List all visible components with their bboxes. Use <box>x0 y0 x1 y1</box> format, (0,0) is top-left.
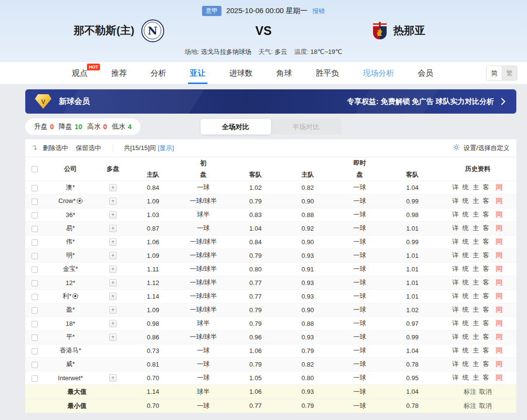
history-detail-link[interactable]: 详 <box>452 197 459 204</box>
history-home-link[interactable]: 主 <box>473 360 479 368</box>
company-name[interactable]: 36* <box>66 211 75 218</box>
history-stats-link[interactable]: 统 <box>462 360 469 368</box>
history-same-link[interactable]: 同 <box>495 319 503 327</box>
history-detail-link[interactable]: 详 <box>452 306 459 313</box>
half-match-toggle[interactable]: 半场对比 <box>271 119 341 134</box>
history-same-link[interactable]: 同 <box>495 374 503 381</box>
history-away-link[interactable]: 客 <box>483 252 489 259</box>
tab-member[interactable]: 会员 <box>418 62 433 84</box>
company-name[interactable]: 易* <box>66 224 75 232</box>
expand-multi-button[interactable]: + <box>109 334 117 341</box>
history-detail-link[interactable]: 详 <box>452 347 459 354</box>
keep-selected-button[interactable]: 保留选中 <box>76 144 101 152</box>
history-home-link[interactable]: 主 <box>473 224 479 232</box>
company-name[interactable]: 明* <box>66 252 75 259</box>
tab-win-draw-lose[interactable]: 胜平负 <box>316 62 339 84</box>
history-away-link[interactable]: 客 <box>483 374 489 381</box>
history-away-link[interactable]: 客 <box>483 292 489 300</box>
company-name[interactable]: 平* <box>66 333 75 340</box>
history-stats-link[interactable]: 统 <box>462 211 469 218</box>
history-detail-link[interactable]: 详 <box>452 279 459 286</box>
history-home-link[interactable]: 主 <box>473 333 479 340</box>
history-away-link[interactable]: 客 <box>483 319 489 327</box>
expand-multi-button[interactable]: + <box>109 306 117 314</box>
company-name[interactable]: 金宝* <box>63 265 78 272</box>
row-checkbox[interactable] <box>32 212 38 218</box>
history-detail-link[interactable]: 详 <box>452 252 459 259</box>
row-checkbox[interactable] <box>32 185 38 191</box>
history-stats-link[interactable]: 统 <box>462 347 469 354</box>
tab-goals[interactable]: 进球数 <box>229 62 253 84</box>
history-same-link[interactable]: 同 <box>495 292 503 300</box>
expand-multi-button[interactable]: + <box>109 225 117 232</box>
history-same-link[interactable]: 同 <box>495 306 503 313</box>
show-link[interactable]: [显示] <box>158 144 174 151</box>
company-name[interactable]: 澳* <box>66 184 75 191</box>
tab-recommend[interactable]: 推荐 <box>111 62 127 84</box>
vip-banner[interactable]: V 新球会员 专享权益: 免费解锁 免广告 球队实力对比分析 <box>25 89 516 114</box>
history-stats-link[interactable]: 统 <box>462 197 469 204</box>
full-match-toggle[interactable]: 全场对比 <box>201 119 271 134</box>
history-detail-link[interactable]: 详 <box>452 238 459 245</box>
history-same-link[interactable]: 同 <box>495 238 503 245</box>
row-checkbox[interactable] <box>32 199 38 205</box>
history-home-link[interactable]: 主 <box>473 306 479 313</box>
row-checkbox[interactable] <box>32 253 38 259</box>
tab-live-analysis[interactable]: 现场分析 <box>363 62 394 84</box>
history-same-link[interactable]: 同 <box>495 265 503 272</box>
tab-viewpoints[interactable]: 观点HOT <box>72 62 87 84</box>
mark-action[interactable]: 标注 <box>464 388 476 395</box>
mark-action[interactable]: 标注 <box>464 402 476 409</box>
expand-multi-button[interactable]: + <box>109 238 117 246</box>
row-checkbox[interactable] <box>32 239 38 246</box>
history-same-link[interactable]: 同 <box>495 197 503 204</box>
lang-traditional-button[interactable]: 繁 <box>502 66 517 80</box>
history-away-link[interactable]: 客 <box>483 306 489 313</box>
history-same-link[interactable]: 同 <box>495 211 503 218</box>
history-stats-link[interactable]: 统 <box>462 265 469 272</box>
cancel-action[interactable]: 取消 <box>479 388 492 395</box>
history-same-link[interactable]: 同 <box>495 252 503 259</box>
history-away-link[interactable]: 客 <box>483 224 489 232</box>
history-home-link[interactable]: 主 <box>473 211 479 218</box>
history-stats-link[interactable]: 统 <box>462 319 469 327</box>
history-away-link[interactable]: 客 <box>483 265 489 272</box>
history-detail-link[interactable]: 详 <box>452 184 459 191</box>
history-same-link[interactable]: 同 <box>495 347 503 354</box>
history-stats-link[interactable]: 统 <box>462 374 469 381</box>
lang-simplified-button[interactable]: 简 <box>487 66 502 80</box>
history-home-link[interactable]: 主 <box>473 265 479 272</box>
tab-asian-handicap[interactable]: 亚让 <box>190 62 205 84</box>
tab-analysis[interactable]: 分析 <box>151 62 166 84</box>
row-checkbox[interactable] <box>32 280 38 286</box>
expand-multi-button[interactable]: + <box>109 266 117 273</box>
history-home-link[interactable]: 主 <box>473 319 479 327</box>
history-home-link[interactable]: 主 <box>473 279 479 286</box>
tab-corners[interactable]: 角球 <box>276 62 292 84</box>
history-away-link[interactable]: 客 <box>483 347 489 354</box>
expand-multi-button[interactable]: + <box>109 198 117 205</box>
history-stats-link[interactable]: 统 <box>462 184 469 191</box>
row-checkbox[interactable] <box>32 226 38 232</box>
history-stats-link[interactable]: 统 <box>462 292 469 300</box>
history-detail-link[interactable]: 详 <box>452 224 459 232</box>
history-away-link[interactable]: 客 <box>483 238 489 245</box>
company-name[interactable]: 利* <box>63 292 71 300</box>
expand-multi-button[interactable]: + <box>109 293 117 300</box>
expand-multi-button[interactable]: + <box>109 211 117 218</box>
history-detail-link[interactable]: 详 <box>452 292 459 300</box>
history-home-link[interactable]: 主 <box>473 292 479 300</box>
row-checkbox[interactable] <box>32 362 38 368</box>
company-name[interactable]: 威* <box>66 360 75 368</box>
history-detail-link[interactable]: 详 <box>452 265 459 272</box>
company-name[interactable]: 12* <box>66 279 75 286</box>
history-home-link[interactable]: 主 <box>473 252 479 259</box>
row-checkbox[interactable] <box>32 375 38 382</box>
history-home-link[interactable]: 主 <box>473 374 479 381</box>
company-name[interactable]: 香港马* <box>60 347 81 354</box>
history-home-link[interactable]: 主 <box>473 197 479 204</box>
history-same-link[interactable]: 同 <box>495 224 503 232</box>
history-away-link[interactable]: 客 <box>483 333 489 340</box>
history-detail-link[interactable]: 详 <box>452 374 459 381</box>
company-name[interactable]: Crow* <box>58 197 75 204</box>
